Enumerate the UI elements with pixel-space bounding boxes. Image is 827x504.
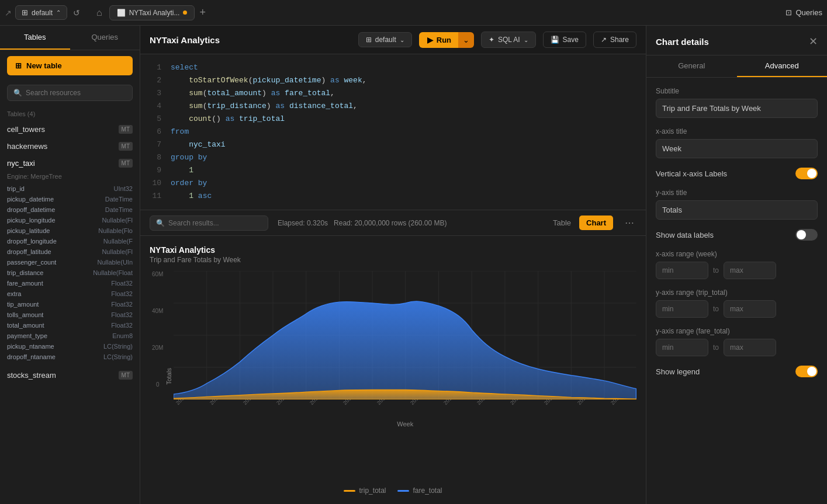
run-dropdown-button[interactable]: ⌄	[458, 32, 474, 48]
show-legend-toggle[interactable]	[795, 366, 818, 377]
schema-row: fare_amountFloat32	[0, 278, 140, 289]
main-layout: Tables Queries ⊞ New table 🔍 Tables (4) …	[0, 26, 827, 504]
results-stats: Elapsed: 0.320s Read: 20,000,000 rows (2…	[278, 219, 537, 227]
sql-ai-button[interactable]: ✦ SQL AI ⌄	[481, 32, 536, 48]
save-button[interactable]: 💾 Save	[543, 32, 586, 48]
active-tab[interactable]: ⬜ NYTaxi Analyti...	[109, 5, 195, 20]
y-range-fare-max-input[interactable]	[724, 339, 776, 356]
chart-view-button[interactable]: Chart	[579, 215, 613, 230]
y-range-fare-min-input[interactable]	[656, 339, 708, 356]
table-item-hackernews[interactable]: hackernews MT	[0, 138, 140, 155]
show-data-labels-label: Show data labels	[656, 231, 714, 239]
schema-row: tip_amountFloat32	[0, 299, 140, 310]
sql-ai-chevron: ⌄	[524, 37, 528, 43]
chart-legend: trip_total fare_total	[150, 486, 636, 495]
chart-container: NYTaxi Analytics Trip and Fare Totals by…	[140, 236, 646, 504]
close-panel-button[interactable]: ✕	[809, 35, 818, 48]
y-range-trip-max-input[interactable]	[724, 300, 776, 318]
subtitle-input[interactable]	[656, 99, 818, 118]
queries-button[interactable]: ⊡ Queries	[786, 8, 822, 17]
sidebar-content: cell_towers MT hackernews MT nyc_taxi MT…	[0, 121, 140, 504]
unsaved-dot	[183, 11, 187, 15]
chart-body: 60M 40M 20M 0 Totals	[150, 271, 636, 482]
db-pill-chevron: ⌄	[400, 37, 404, 43]
db-pill-label: default	[375, 36, 396, 44]
y-range-trip-sep: to	[713, 305, 719, 313]
vertical-labels-toggle-row: Vertical x-axis Labels	[656, 168, 818, 179]
panel-title: Chart details	[656, 37, 709, 47]
table-item-nyc-taxi[interactable]: nyc_taxi MT	[0, 155, 140, 172]
x-axis-title-input[interactable]	[656, 139, 818, 158]
y-range-trip-row: to	[656, 300, 818, 318]
legend-trip-label: trip_total	[359, 486, 386, 495]
schema-row: dropoff_ntanameLC(String)	[0, 352, 140, 362]
schema-row: pickup_longitudeNullable(Fl	[0, 215, 140, 225]
y-range-trip-min-input[interactable]	[656, 300, 708, 318]
table-item-cell-towers[interactable]: cell_towers MT	[0, 121, 140, 138]
sidebar-tabs: Tables Queries	[0, 26, 140, 50]
top-bar: ↗ ⊞ default ⌃ ↺ ⌂ ⬜ NYTaxi Analyti... + …	[0, 0, 827, 26]
code-editor[interactable]: 1select 2 toStartOfWeek(pickup_datetime)…	[140, 54, 646, 210]
more-options-button[interactable]: ⋯	[622, 215, 636, 231]
show-data-labels-toggle[interactable]	[795, 229, 818, 241]
tab-area: ⌂ ⬜ NYTaxi Analyti... +	[92, 4, 208, 21]
y-range-fare-field-group: y-axis range (fare_total) to	[656, 327, 818, 356]
legend-trip-total: trip_total	[344, 486, 386, 495]
sidebar-tab-tables[interactable]: Tables	[0, 26, 70, 50]
vertical-labels-toggle[interactable]	[795, 168, 818, 179]
table-item-stocks-stream[interactable]: stocks_stream MT	[0, 367, 140, 384]
table-add-icon: ⊞	[15, 61, 22, 70]
schema-row: extraFloat32	[0, 289, 140, 299]
toggle-knob	[807, 169, 816, 178]
right-panel: Chart details ✕ General Advanced Subtitl…	[646, 26, 827, 504]
schema-row: total_amountFloat32	[0, 320, 140, 331]
schema-row: trip_distanceNullable(Float	[0, 267, 140, 278]
y-axis-label: Totals	[165, 368, 172, 385]
panel-tab-advanced[interactable]: Advanced	[737, 55, 828, 77]
schema-row: payment_typeEnum8	[0, 331, 140, 341]
x-range-field-group: x-axis range (week) to	[656, 250, 818, 279]
x-range-max-input[interactable]	[724, 262, 776, 279]
top-bar-left: ↗ ⊞ default ⌃ ↺	[5, 5, 82, 20]
schema-row: dropoff_longitudeNullable(F	[0, 236, 140, 246]
home-button[interactable]: ⌂	[92, 5, 107, 20]
chart-subtitle: Trip and Fare Totals by Week	[150, 256, 636, 264]
search-input[interactable]	[26, 89, 126, 97]
editor-toolbar: NYTaxi Analytics ⊞ default ⌄ ▶ Run ⌄ ✦ S…	[140, 26, 646, 54]
results-search-input[interactable]	[168, 219, 262, 227]
tab-icon: ⬜	[117, 9, 126, 17]
arrow-icon: ↗	[5, 8, 12, 18]
sidebar-tab-queries[interactable]: Queries	[70, 26, 140, 50]
subtitle-label: Subtitle	[656, 87, 818, 95]
queries-label: Queries	[795, 8, 822, 17]
y-axis-title-input[interactable]	[656, 200, 818, 220]
db-selector-label: default	[32, 9, 53, 17]
show-data-labels-toggle-row: Show data labels	[656, 229, 818, 241]
run-button[interactable]: ▶ Run	[419, 32, 459, 48]
y-range-fare-row: to	[656, 339, 818, 356]
table-view-button[interactable]: Table	[546, 215, 578, 230]
db-pill[interactable]: ⊞ default ⌄	[358, 32, 412, 47]
editor-area: NYTaxi Analytics ⊞ default ⌄ ▶ Run ⌄ ✦ S…	[140, 26, 646, 504]
legend-fare-label: fare_total	[413, 486, 442, 495]
search-box: 🔍	[7, 85, 133, 101]
x-axis-title: Week	[174, 420, 636, 427]
x-range-min-input[interactable]	[656, 262, 708, 279]
y-range-fare-label: y-axis range (fare_total)	[656, 327, 818, 335]
run-label: Run	[437, 36, 451, 44]
panel-tab-general[interactable]: General	[646, 55, 737, 77]
new-table-button[interactable]: ⊞ New table	[7, 56, 133, 75]
x-range-label: x-axis range (week)	[656, 250, 818, 258]
search-icon: 🔍	[13, 89, 22, 97]
schema-row: dropoff_datetimeDateTime	[0, 204, 140, 215]
editor-title: NYTaxi Analytics	[150, 35, 351, 45]
schema-row: pickup_ntanameLC(String)	[0, 341, 140, 352]
tables-header: Tables (4)	[0, 107, 140, 121]
refresh-button[interactable]: ↺	[71, 6, 82, 20]
db-selector[interactable]: ⊞ default ⌃	[15, 5, 67, 20]
chevron-icon: ⌃	[56, 9, 61, 16]
share-button[interactable]: ↗ Share	[593, 32, 636, 48]
add-tab-button[interactable]: +	[197, 4, 208, 21]
legend-trip-dot	[344, 490, 355, 492]
y-axis-title-label: y-axis title	[656, 189, 818, 197]
